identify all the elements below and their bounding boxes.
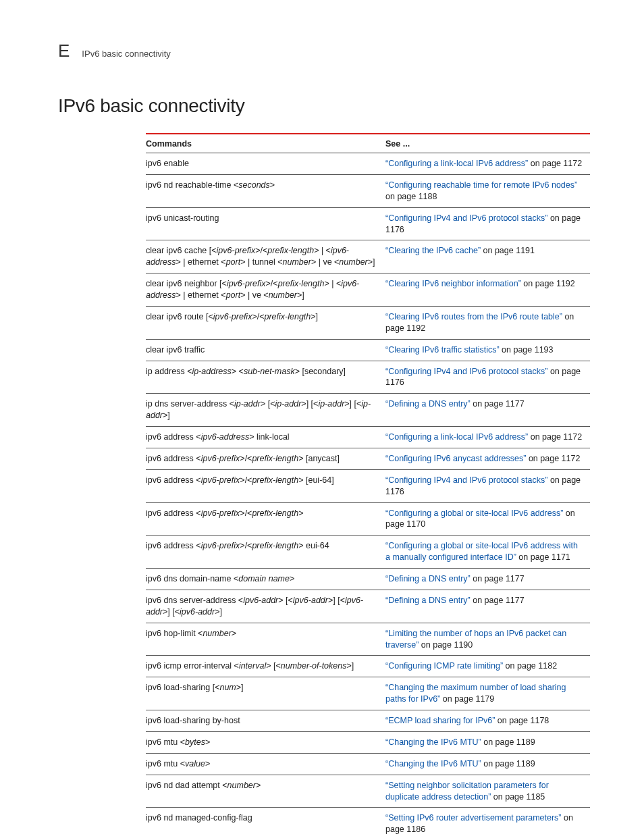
command-cell: ipv6 nd managed-config-flag bbox=[146, 808, 385, 834]
cross-reference-link[interactable]: “Changing the IPv6 MTU” bbox=[385, 759, 481, 768]
see-cell: “Limiting the number of hops an IPv6 pac… bbox=[385, 623, 590, 656]
table-row: ip address <ip-address> <sub-net-mask> [… bbox=[146, 361, 590, 394]
cross-reference-link[interactable]: “Clearing IPv6 routes from the IPv6 rout… bbox=[385, 312, 562, 321]
cross-reference-link[interactable]: “Configuring IPv6 anycast addresses” bbox=[385, 454, 526, 463]
command-variable: ipv6-addr bbox=[243, 596, 278, 605]
see-cell: “Configuring reachable time for remote I… bbox=[385, 174, 590, 207]
cross-reference-link[interactable]: “Setting IPv6 router advertisement param… bbox=[385, 813, 562, 823]
cross-reference-link[interactable]: “Configuring a global or site-local IPv6… bbox=[385, 541, 578, 562]
command-variable: ipv6-prefix bbox=[201, 509, 240, 518]
command-variable: value bbox=[185, 759, 205, 768]
command-variable: number bbox=[269, 290, 297, 300]
cross-reference-link[interactable]: “Setting neighbor solicitation parameter… bbox=[385, 781, 549, 802]
see-cell: “Configuring a global or site-local IPv6… bbox=[385, 502, 590, 536]
cross-reference-link[interactable]: “Configuring IPv4 and IPv6 protocol stac… bbox=[385, 367, 547, 376]
see-cell: “Changing the IPv6 MTU” on page 1189 bbox=[385, 731, 590, 753]
cross-reference-link[interactable]: “Clearing IPv6 traffic statistics” bbox=[385, 345, 500, 355]
see-cell: “Configuring IPv4 and IPv6 protocol stac… bbox=[385, 207, 590, 240]
see-cell: “Clearing IPv6 traffic statistics” on pa… bbox=[385, 339, 590, 361]
table-row: ipv6 nd reachable-time <seconds>“Configu… bbox=[146, 174, 590, 207]
command-cell: clear ipv6 route [<ipv6-prefix>/<prefix-… bbox=[146, 306, 385, 339]
cross-reference-link[interactable]: “Configuring IPv4 and IPv6 protocol stac… bbox=[385, 213, 547, 223]
cross-reference-link[interactable]: “Configuring ICMP rate limiting” bbox=[385, 661, 503, 671]
table-row: ipv6 address <ipv6-prefix>/<prefix-lengt… bbox=[146, 502, 590, 536]
table-row: clear ipv6 cache [<ipv6-prefix>/<prefix-… bbox=[146, 240, 590, 273]
command-variable: prefix-length bbox=[252, 509, 298, 518]
command-variable: number bbox=[339, 257, 367, 267]
command-cell: ipv6 address <ipv6-prefix>/<prefix-lengt… bbox=[146, 502, 385, 536]
command-variable: ip-addr bbox=[275, 399, 301, 409]
table-row: ipv6 enable“Configuring a link-local IPv… bbox=[146, 153, 590, 175]
table-row: ipv6 address <ipv6-prefix>/<prefix-lengt… bbox=[146, 448, 590, 469]
table-row: ipv6 mtu <bytes>“Changing the IPv6 MTU” … bbox=[146, 731, 590, 753]
see-cell: “Configuring a link-local IPv6 address” … bbox=[385, 427, 590, 448]
command-cell: clear ipv6 neighbor [<ipv6-prefix>/<pref… bbox=[146, 273, 385, 307]
cross-reference-link[interactable]: “Configuring a link-local IPv6 address” bbox=[385, 432, 528, 442]
see-cell: “Defining a DNS entry” on page 1177 bbox=[385, 590, 590, 623]
command-cell: ipv6 address <ipv6-address> link-local bbox=[146, 427, 385, 448]
command-variable: ip-address bbox=[192, 367, 231, 376]
command-variable: ipv6-prefix bbox=[201, 454, 240, 463]
table-row: clear ipv6 traffic“Clearing IPv6 traffic… bbox=[146, 339, 590, 361]
command-variable: ipv6-address bbox=[201, 432, 250, 442]
table-row: clear ipv6 neighbor [<ipv6-prefix>/<pref… bbox=[146, 273, 590, 307]
header-subtitle: IPv6 basic connectivity bbox=[82, 49, 171, 59]
table-row: ipv6 dns server-address <ipv6-addr> [<ip… bbox=[146, 590, 590, 623]
command-variable: ipv6-prefix bbox=[201, 475, 240, 485]
table-row: ipv6 icmp error-interval <interval> [<nu… bbox=[146, 656, 590, 677]
command-cell: ipv6 load-sharing [<num>] bbox=[146, 677, 385, 710]
see-cell: “Configuring IPv4 and IPv6 protocol stac… bbox=[385, 469, 590, 502]
command-cell: ipv6 icmp error-interval <interval> [<nu… bbox=[146, 656, 385, 677]
cross-reference-link[interactable]: “Clearing IPv6 neighbor information” bbox=[385, 279, 521, 288]
command-variable: prefix-length bbox=[267, 246, 314, 255]
cross-reference-link[interactable]: “Configuring a link-local IPv6 address” bbox=[385, 159, 528, 168]
cross-reference-link[interactable]: “Clearing the IPv6 cache” bbox=[385, 246, 481, 255]
command-cell: ipv6 load-sharing by-host bbox=[146, 710, 385, 732]
command-cell: ipv6 address <ipv6-prefix>/<prefix-lengt… bbox=[146, 536, 385, 569]
table-row: ipv6 dns domain-name <domain name>“Defin… bbox=[146, 569, 590, 590]
command-table-wrap: Commands See ... ipv6 enable“Configuring… bbox=[146, 133, 590, 834]
command-cell: clear ipv6 cache [<ipv6-prefix>/<prefix-… bbox=[146, 240, 385, 273]
command-cell: ip dns server-address <ip-addr> [<ip-add… bbox=[146, 394, 385, 427]
table-row: ipv6 nd dad attempt <number>“Setting nei… bbox=[146, 775, 590, 808]
command-variable: prefix-length bbox=[252, 541, 298, 550]
command-variable: ipv6-prefix bbox=[227, 279, 266, 288]
see-cell: “Changing the maximum number of load sha… bbox=[385, 677, 590, 710]
command-cell: ipv6 dns domain-name <domain name> bbox=[146, 569, 385, 590]
see-cell: “ECMP load sharing for IPv6” on page 117… bbox=[385, 710, 590, 732]
command-cell: ipv6 enable bbox=[146, 153, 385, 175]
cross-reference-link[interactable]: “Defining a DNS entry” bbox=[385, 574, 471, 583]
cross-reference-link[interactable]: “Changing the maximum number of load sha… bbox=[385, 683, 566, 704]
command-variable: prefix-length bbox=[252, 454, 298, 463]
table-row: ipv6 address <ipv6-address> link-local“C… bbox=[146, 427, 590, 448]
table-row: ipv6 mtu <value>“Changing the IPv6 MTU” … bbox=[146, 753, 590, 775]
command-cell: ipv6 nd reachable-time <seconds> bbox=[146, 174, 385, 207]
cross-reference-link[interactable]: “Configuring IPv4 and IPv6 protocol stac… bbox=[385, 475, 547, 485]
see-cell: “Configuring a link-local IPv6 address” … bbox=[385, 153, 590, 175]
see-cell: “Configuring ICMP rate limiting” on page… bbox=[385, 656, 590, 677]
command-cell: ipv6 hop-limit <number> bbox=[146, 623, 385, 656]
command-cell: ipv6 nd dad attempt <number> bbox=[146, 775, 385, 808]
table-row: ipv6 load-sharing by-host“ECMP load shar… bbox=[146, 710, 590, 732]
cross-reference-link[interactable]: “Changing the IPv6 MTU” bbox=[385, 737, 481, 747]
command-variable: ipv6-addr bbox=[293, 596, 328, 605]
see-cell: “Defining a DNS entry” on page 1177 bbox=[385, 394, 590, 427]
cross-reference-link[interactable]: “ECMP load sharing for IPv6” bbox=[385, 716, 495, 725]
command-variable: num bbox=[219, 683, 236, 692]
table-row: ipv6 unicast-routing“Configuring IPv4 an… bbox=[146, 207, 590, 240]
command-variable: ipv6-prefix bbox=[201, 541, 240, 550]
command-variable: ip-addr bbox=[318, 399, 344, 409]
command-cell: ipv6 dns server-address <ipv6-addr> [<ip… bbox=[146, 590, 385, 623]
cross-reference-link[interactable]: “Defining a DNS entry” bbox=[385, 596, 471, 605]
command-cell: ipv6 address <ipv6-prefix>/<prefix-lengt… bbox=[146, 469, 385, 502]
cross-reference-link[interactable]: “Configuring a global or site-local IPv6… bbox=[385, 509, 563, 518]
table-row: ipv6 load-sharing [<num>]“Changing the m… bbox=[146, 677, 590, 710]
cross-reference-link[interactable]: “Limiting the number of hops an IPv6 pac… bbox=[385, 629, 566, 650]
cross-reference-link[interactable]: “Defining a DNS entry” bbox=[385, 399, 471, 409]
see-cell: “Changing the IPv6 MTU” on page 1189 bbox=[385, 753, 590, 775]
cross-reference-link[interactable]: “Configuring reachable time for remote I… bbox=[385, 180, 577, 190]
command-variable: prefix-length bbox=[264, 312, 311, 321]
col-header-commands: Commands bbox=[146, 134, 385, 153]
command-variable: number-of-tokens bbox=[281, 661, 347, 671]
command-table: Commands See ... ipv6 enable“Configuring… bbox=[146, 133, 590, 834]
